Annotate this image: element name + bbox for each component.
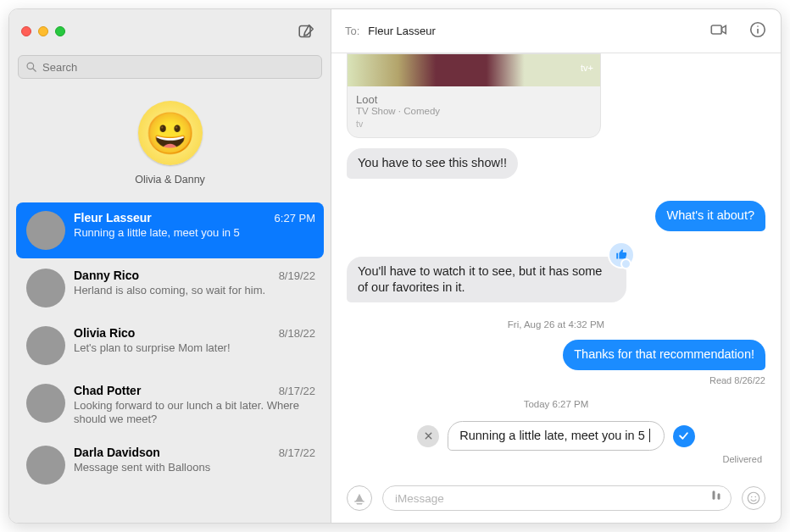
svg-point-10: [751, 496, 753, 498]
message-incoming[interactable]: You'll have to watch it to see, but it h…: [347, 257, 626, 303]
info-icon: [748, 20, 767, 39]
titlebar: [9, 9, 331, 53]
conversation-name: Darla Davidson: [74, 446, 160, 459]
conversation-preview: Let's plan to surprise Mom later!: [74, 341, 315, 355]
compose-icon: [297, 22, 315, 41]
search-input[interactable]: [42, 61, 314, 74]
svg-point-11: [754, 496, 756, 498]
link-preview-subtitle: TV Show · Comedy: [356, 106, 592, 116]
input-bar: iMessage: [331, 482, 781, 523]
svg-rect-3: [711, 25, 721, 33]
emoji-button[interactable]: [742, 486, 765, 510]
to-name: Fleur Lasseur: [368, 25, 701, 37]
svg-line-2: [33, 69, 36, 72]
message-thread[interactable]: tv+ Loot TV Show · Comedy tv You have to…: [331, 53, 781, 482]
pinned-avatar: 😀: [138, 101, 203, 165]
search-icon: [25, 61, 37, 73]
messages-window: 😀 Olivia & Danny Fleur Lasseur 6:27 PM R…: [8, 8, 782, 524]
app-store-icon: [352, 490, 367, 506]
dismiss-suggestion-button[interactable]: [417, 425, 439, 447]
avatar: [26, 269, 65, 308]
message-outgoing[interactable]: Thanks for that recommendation!: [563, 340, 765, 370]
svg-rect-7: [713, 490, 715, 500]
apple-tv-badge: tv+: [581, 63, 593, 73]
conversation-item[interactable]: Chad Potter 8/17/22 Looking forward to o…: [16, 375, 324, 435]
search-wrap: [9, 53, 331, 87]
conversation-name: Fleur Lasseur: [74, 211, 152, 224]
link-preview-image: tv+: [348, 54, 600, 86]
conversation-name: Olivia Rico: [74, 326, 135, 340]
conversation-preview: Herland is also coming, so wait for him.: [74, 284, 315, 297]
conversation-list[interactable]: Fleur Lasseur 6:27 PM Running a little l…: [9, 201, 331, 523]
facetime-button[interactable]: [709, 20, 728, 42]
message-incoming-pending[interactable]: Running a little late, meet you in 5: [448, 421, 664, 451]
conversation-preview: Message sent with Balloons: [74, 461, 315, 474]
message-field[interactable]: iMessage: [382, 485, 732, 511]
avatar: [26, 326, 65, 365]
avatar: [26, 211, 65, 250]
apps-button[interactable]: [347, 485, 372, 511]
check-icon: [678, 430, 689, 441]
message-incoming[interactable]: You have to see this show!!: [347, 148, 518, 179]
conversation-name: Danny Rico: [74, 269, 139, 282]
timestamp: Fri, Aug 26 at 4:32 PM: [347, 319, 765, 330]
conversation-header: To: Fleur Lasseur: [331, 9, 781, 53]
conversation-item[interactable]: Danny Rico 8/19/22 Herland is also comin…: [16, 260, 324, 316]
close-window-button[interactable]: [21, 26, 31, 36]
minimize-window-button[interactable]: [38, 26, 48, 36]
svg-rect-8: [718, 493, 720, 500]
svg-point-9: [748, 492, 759, 504]
timestamp: Today 6:27 PM: [347, 399, 765, 409]
conversation-time: 8/17/22: [279, 385, 315, 397]
conversation-item[interactable]: Darla Davidson 8/17/22 Message sent with…: [16, 437, 324, 493]
conversation-time: 8/18/22: [279, 327, 315, 340]
microphone-icon: [709, 489, 724, 504]
avatar: [26, 384, 65, 423]
smiley-icon: [746, 490, 761, 506]
accept-suggestion-button[interactable]: [673, 425, 695, 447]
pinned-emoji-icon: 😀: [145, 109, 196, 158]
conversation-time: 6:27 PM: [275, 212, 315, 224]
pinned-conversation[interactable]: 😀 Olivia & Danny: [9, 87, 331, 201]
link-preview-card[interactable]: tv+ Loot TV Show · Comedy tv: [347, 53, 601, 138]
tapback-like[interactable]: [608, 241, 635, 269]
video-icon: [709, 20, 728, 39]
close-icon: [424, 431, 433, 441]
link-preview-title: Loot: [356, 93, 592, 106]
sidebar: 😀 Olivia & Danny Fleur Lasseur 6:27 PM R…: [9, 9, 331, 523]
message-outgoing[interactable]: What's it about?: [655, 201, 765, 231]
conversation-preview: Running a little late, meet you in 5: [74, 226, 315, 240]
link-preview-source: tv: [356, 119, 592, 129]
conversation-preview: Looking forward to our lunch a bit later…: [74, 399, 315, 427]
maximize-window-button[interactable]: [55, 26, 65, 36]
conversation-item[interactable]: Olivia Rico 8/18/22 Let's plan to surpri…: [16, 318, 324, 374]
compose-button[interactable]: [293, 20, 319, 42]
search-field[interactable]: [18, 55, 322, 79]
conversation-item[interactable]: Fleur Lasseur 6:27 PM Running a little l…: [16, 202, 324, 258]
window-controls: [21, 26, 65, 36]
details-button[interactable]: [748, 20, 767, 42]
thumbs-up-icon: [615, 248, 628, 261]
pinned-name: Olivia & Danny: [135, 174, 205, 186]
conversation-time: 8/17/22: [279, 446, 315, 459]
dictate-button[interactable]: [709, 489, 724, 507]
conversation-name: Chad Potter: [74, 384, 141, 397]
message-placeholder: iMessage: [395, 492, 702, 505]
conversation-time: 8/19/22: [279, 269, 315, 282]
read-receipt: Read 8/26/22: [709, 375, 765, 385]
delivered-status: Delivered: [347, 454, 762, 464]
avatar: [26, 446, 65, 485]
conversation-pane: To: Fleur Lasseur tv+ Loot TV Show · Com…: [331, 9, 781, 523]
to-label: To:: [345, 25, 359, 37]
